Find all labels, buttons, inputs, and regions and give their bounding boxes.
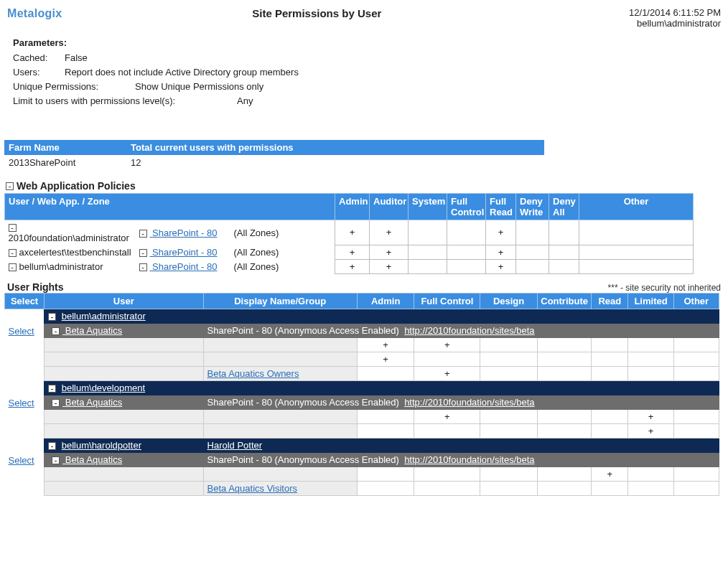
ur-disp-cell [203,337,357,352]
ur-read [592,337,628,352]
wap-title: Web Application Policies [17,180,136,192]
wap-zone: (All Zones) [230,259,335,273]
ur-site-app: SharePoint - 80 (Anonymous Access Enable… [207,397,399,408]
ur-site-url[interactable]: http://2010foundation/sites/beta [404,325,534,336]
timestamp: 12/1/2014 6:11:52 PM [629,7,721,18]
ur-col-read: Read [592,293,628,309]
ur-site-cell: - Beta Aquatics [45,452,203,466]
ur-blank [45,466,203,481]
ur-user-display-cell [203,380,719,395]
ur-design [480,337,538,352]
ur-disp-cell [203,423,357,438]
ur-contrib [537,409,592,423]
wap-fc [447,220,486,245]
ur-fc [414,352,480,366]
wap-app-link[interactable]: SharePoint - 80 [150,247,218,258]
wap-app-link[interactable]: SharePoint - 80 [150,228,218,238]
ur-other [673,466,719,481]
wap-da [549,245,579,259]
collapse-icon[interactable]: - [9,263,17,271]
wap-row: -axcelertest\testbenchinstall- SharePoin… [5,245,694,259]
report-header: Metalogix Site Permissions by User 12/1/… [4,4,724,34]
collapse-icon[interactable]: - [139,249,147,257]
ur-site-url[interactable]: http://2010foundation/sites/beta [404,397,534,408]
collapse-icon[interactable]: - [48,442,56,450]
ur-blank [45,481,203,495]
wap-col-fc: Full Control [447,194,486,220]
param-limit-value: Any [237,95,253,106]
collapse-icon[interactable]: - [6,182,14,190]
collapse-icon[interactable]: - [52,327,60,335]
ur-site-name[interactable]: Beta Aquatics [62,325,122,336]
ur-contrib [537,466,592,481]
wap-auditor: + [370,245,409,259]
ur-col-select: Select [5,293,45,309]
wap-col-auditor: Auditor [370,194,409,220]
wap-admin: + [335,259,370,273]
collapse-icon[interactable]: - [48,385,56,393]
select-link[interactable]: Select [9,326,34,337]
ur-limited [628,481,673,495]
ur-site-cell: - Beta Aquatics [45,323,203,337]
ur-limited [628,466,673,481]
ur-site-detail: SharePoint - 80 (Anonymous Access Enable… [203,395,719,409]
collapse-icon[interactable]: - [9,249,17,257]
wap-fr: + [486,220,516,245]
ur-col-other: Other [673,293,719,309]
wap-dw [516,259,549,273]
ur-group-link[interactable]: Beta Aquatics Owners [207,368,299,379]
ur-user-name[interactable]: bellum\haroldpotter [62,440,141,451]
wap-app-link[interactable]: SharePoint - 80 [150,261,218,272]
wap-system [409,245,447,259]
collapse-icon[interactable]: - [139,263,147,271]
ur-user-name[interactable]: bellum\development [62,383,145,393]
wap-other [579,245,694,259]
ur-site-url[interactable]: http://2010foundation/sites/beta [404,454,534,465]
select-link[interactable]: Select [9,398,34,408]
ur-admin: + [357,352,414,366]
select-cell: Select [5,452,45,495]
farm-row: 2013SharePoint 12 [4,155,544,170]
select-cell: Select [5,323,45,380]
ur-read: + [592,466,628,481]
ur-site-name[interactable]: Beta Aquatics [62,454,122,465]
collapse-icon[interactable]: - [52,399,60,407]
wap-zone: (All Zones) [230,220,335,245]
ur-site-app: SharePoint - 80 (Anonymous Access Enable… [207,325,399,336]
ur-site-row: Select- Beta AquaticsSharePoint - 80 (An… [5,323,719,337]
ur-col-design: Design [480,293,538,309]
ur-blank [45,366,203,380]
report-title: Site Permissions by User [5,7,630,19]
ur-user-row: - bellum\administrator [5,309,719,323]
wap-app: - SharePoint - 80 [136,245,230,259]
ur-blank [45,409,203,423]
collapse-icon[interactable]: - [52,456,60,464]
wap-fr: + [486,245,516,259]
wap-col-system: System [409,194,447,220]
ur-limited [628,352,673,366]
collapse-icon[interactable]: - [9,224,17,232]
user-rights-title: User Rights [7,281,64,293]
ur-contrib [537,337,592,352]
ur-user-name[interactable]: bellum\administrator [62,311,146,322]
select-link[interactable]: Select [9,455,34,466]
ur-user-displaylink[interactable]: Harold Potter [207,440,263,451]
ur-other [673,423,719,438]
report-meta: 12/1/2014 6:11:52 PM bellum\administrato… [629,7,721,29]
ur-data-row: + [5,466,719,481]
ur-user-row: - bellum\haroldpotterHarold Potter [5,438,719,452]
collapse-icon[interactable]: - [139,230,147,238]
collapse-icon[interactable]: - [48,313,56,321]
ur-read [592,352,628,366]
user-rights-table: Select User Display Name/Group Admin Ful… [4,293,719,496]
wap-col-admin: Admin [335,194,370,220]
wap-auditor: + [370,220,409,245]
ur-design [480,423,538,438]
farm-table: Farm Name Total current users with permi… [4,140,544,170]
ur-site-name[interactable]: Beta Aquatics [62,397,122,408]
ur-limited [628,366,673,380]
wap-user: -bellum\administrator [5,259,136,273]
ur-limited: + [628,423,673,438]
ur-user-cell: - bellum\development [45,380,203,395]
ur-group-link[interactable]: Beta Aquatics Visitors [207,483,298,494]
